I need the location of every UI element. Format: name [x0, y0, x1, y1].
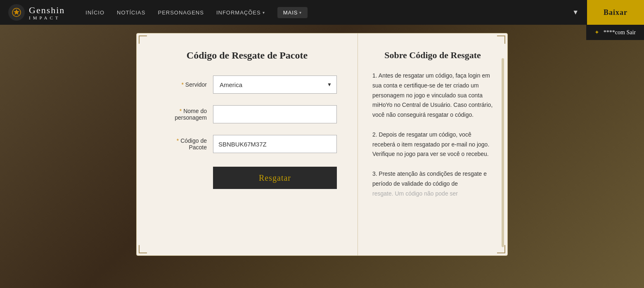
- logo-text: Genshin IMPACT: [29, 5, 65, 20]
- server-required-star: *: [181, 81, 183, 88]
- user-star-icon: ✦: [594, 29, 599, 36]
- character-group: *Nome dopersonagem: [157, 105, 337, 123]
- logo-icon: [8, 4, 25, 21]
- code-group: *Código dePacote: [157, 135, 337, 153]
- character-input[interactable]: [213, 105, 337, 123]
- navbar-right: ▼ Baixar: [568, 0, 644, 25]
- server-label: *Servidor: [157, 81, 207, 88]
- server-select-wrapper: America Europe Asia TW/HK/MO ▼: [213, 76, 337, 94]
- corner-bl-decoration: [139, 245, 147, 253]
- code-label: *Código dePacote: [157, 137, 207, 151]
- submit-button[interactable]: Resgatar: [213, 167, 337, 189]
- form-section: Código de Resgate de Pacote *Servidor Am…: [137, 33, 358, 255]
- baixar-button[interactable]: Baixar: [587, 0, 644, 25]
- nav-personagens[interactable]: PERSONAGENS: [158, 9, 204, 16]
- info-text: 1. Antes de resgatar um código, faça log…: [372, 71, 493, 198]
- form-title: Código de Resgate de Pacote: [157, 50, 337, 61]
- info-faded-text: resgate. Um código não pode ser: [372, 190, 458, 197]
- mais-arrow-icon: ▾: [299, 10, 302, 15]
- info-para-2: 2. Depois de resgatar um código, você re…: [372, 130, 493, 159]
- nav-noticias[interactable]: NOTÍCIAS: [117, 9, 145, 16]
- main-content: Código de Resgate de Pacote *Servidor Am…: [0, 25, 644, 288]
- server-select[interactable]: America Europe Asia TW/HK/MO: [213, 76, 337, 94]
- character-required-star: *: [180, 108, 182, 114]
- info-title: Sobre Código de Resgate: [372, 50, 493, 61]
- character-label: *Nome dopersonagem: [157, 108, 207, 121]
- user-text: ****com Sair: [604, 29, 636, 36]
- info-para-1: 1. Antes de resgatar um código, faça log…: [372, 71, 493, 120]
- code-input[interactable]: [213, 135, 337, 153]
- navbar: Genshin IMPACT INÍCIO NOTÍCIAS PERSONAGE…: [0, 0, 644, 25]
- corner-tl-decoration: [139, 35, 147, 44]
- code-required-star: *: [177, 137, 179, 144]
- nav-dropdown-button[interactable]: ▼: [568, 9, 583, 16]
- nav-informacoes[interactable]: INFORMAÇÕES ▾: [216, 9, 265, 16]
- form-card: Código de Resgate de Pacote *Servidor Am…: [136, 33, 508, 256]
- informacoes-arrow-icon: ▾: [263, 10, 265, 15]
- nav-menu: INÍCIO NOTÍCIAS PERSONAGENS INFORMAÇÕES …: [73, 7, 568, 18]
- server-group: *Servidor America Europe Asia TW/HK/MO ▼: [157, 76, 337, 94]
- nav-inicio[interactable]: INÍCIO: [85, 9, 104, 16]
- logo: Genshin IMPACT: [0, 4, 73, 21]
- info-para-3: 3. Preste atenção às condições de resgat…: [372, 169, 493, 198]
- nav-mais[interactable]: Mais ▾: [277, 7, 308, 18]
- user-dropdown: ✦ ****com Sair: [586, 25, 644, 40]
- info-section: Sobre Código de Resgate 1. Antes de resg…: [358, 33, 507, 255]
